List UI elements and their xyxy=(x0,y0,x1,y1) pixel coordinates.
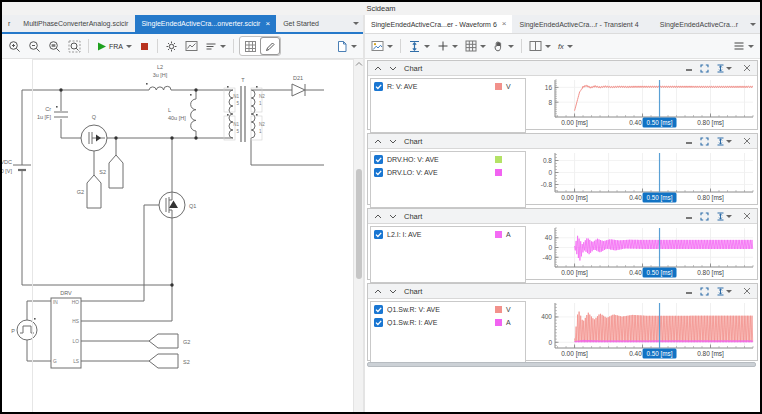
tab-transient-4[interactable]: SingleEndedActiveCra...r - Transient 4 xyxy=(513,15,644,33)
tab-overflow-button[interactable] xyxy=(745,15,760,33)
legend-row[interactable]: Q1.Sw.R: V: AVE V xyxy=(371,303,525,316)
signal-unit: A xyxy=(506,319,522,326)
tab-overflow-button[interactable] xyxy=(348,15,363,32)
tab-get-started[interactable]: Get Started xyxy=(277,15,325,32)
chart-panel: Chart DRV.HO: V: AVE DRV.LO: V: AVE 0.00… xyxy=(367,133,758,205)
zoom-selection-button[interactable] xyxy=(46,38,63,55)
settings-button[interactable] xyxy=(163,38,180,55)
open-chart-button[interactable] xyxy=(183,38,200,54)
fit-vertical-button[interactable] xyxy=(714,212,734,221)
minimize-icon xyxy=(685,288,693,295)
close-icon[interactable]: × xyxy=(265,20,270,28)
move-panel-up-button[interactable] xyxy=(372,214,384,219)
fit-vertical-button[interactable] xyxy=(406,38,432,55)
waveform-plot[interactable]: 0.00 [ms]0.40 [ms]0.80 [ms]0.80-0.80.50 … xyxy=(529,151,755,204)
tab-waveform-6[interactable]: SingleEndedActiveCra...er - Waveform 6 × xyxy=(365,15,512,33)
checkbox-checked-icon[interactable] xyxy=(374,155,383,164)
move-panel-down-button[interactable] xyxy=(387,139,399,144)
fit-vertical-button[interactable] xyxy=(714,287,734,296)
minimize-icon xyxy=(685,213,693,220)
close-panel-button[interactable] xyxy=(741,64,753,72)
zoom-out-button[interactable] xyxy=(26,38,43,55)
minimize-panel-button[interactable] xyxy=(683,288,695,295)
move-panel-up-button[interactable] xyxy=(372,66,384,71)
x-tick-label: 0.80 [ms] xyxy=(697,194,724,202)
stop-button[interactable] xyxy=(137,39,152,54)
component-vdc[interactable]: VDC 200 [V] xyxy=(2,159,31,174)
schematic-vertical-scrollbar[interactable] xyxy=(353,59,363,412)
expand-panel-button[interactable] xyxy=(698,287,711,296)
plot-area[interactable]: 0.00 [ms]0.40 [ms]0.80 [ms]8160.50 [ms] xyxy=(529,78,755,133)
expand-panel-button[interactable] xyxy=(698,137,711,146)
pan-button[interactable] xyxy=(491,38,516,54)
layout-columns-button[interactable] xyxy=(527,38,553,54)
series-color-swatch xyxy=(495,169,502,176)
checkbox-checked-icon[interactable] xyxy=(374,318,383,327)
close-panel-button[interactable] xyxy=(741,287,753,295)
fit-vertical-button[interactable] xyxy=(714,137,734,146)
play-icon xyxy=(96,41,107,52)
checkbox-checked-icon[interactable] xyxy=(374,82,383,91)
panel-title: Chart xyxy=(404,64,422,73)
tab-multiphase-converter[interactable]: MultiPhaseConverterAnalog.scicir xyxy=(17,15,134,32)
minimize-panel-button[interactable] xyxy=(683,213,695,220)
plot-area[interactable]: 0.00 [ms]0.40 [ms]0.80 [ms]0.80-0.80.50 … xyxy=(529,151,755,208)
expand-panel-button[interactable] xyxy=(698,64,711,73)
waveform-plot[interactable]: 0.00 [ms]0.40 [ms]0.80 [ms]8160.50 [ms] xyxy=(529,78,755,129)
x-tick-label: 0.80 [ms] xyxy=(697,119,724,127)
pencil-toggle-button[interactable] xyxy=(260,37,280,55)
menu-button[interactable] xyxy=(731,39,756,53)
zoom-in-icon xyxy=(8,40,21,53)
legend-row[interactable]: R: V: AVE V xyxy=(371,80,525,93)
export-page-button[interactable] xyxy=(334,38,359,55)
signal-list-button[interactable] xyxy=(203,39,228,54)
chevron-up-icon xyxy=(374,214,382,219)
move-panel-up-button[interactable] xyxy=(372,139,384,144)
move-panel-down-button[interactable] xyxy=(387,214,399,219)
close-panel-button[interactable] xyxy=(741,137,753,145)
tab-singleended-converter[interactable]: SingleEndedActiveCra...onverter.scicir × xyxy=(135,15,276,32)
legend-row[interactable]: DRV.LO: V: AVE xyxy=(371,166,525,179)
chevron-up-icon xyxy=(374,289,382,294)
plot-area[interactable]: 0.00 [ms]0.40 [ms]0.80 [ms]400-400.50 [m… xyxy=(529,226,755,283)
legend-row[interactable]: Q1.Sw.R: I: AVE A xyxy=(371,316,525,329)
close-panel-button[interactable] xyxy=(741,212,753,220)
tab-truncated[interactable]: r xyxy=(2,15,16,32)
panels-horizontal-scrollbar[interactable] xyxy=(367,362,756,367)
svg-text:VDC: VDC xyxy=(2,159,12,165)
expand-panel-button[interactable] xyxy=(698,212,711,221)
waveform-plot[interactable]: 0.00 [ms]0.40 [ms]0.80 [ms]40000.50 [ms] xyxy=(529,301,755,360)
run-fra-button[interactable]: FRA xyxy=(94,39,134,54)
move-panel-down-button[interactable] xyxy=(387,289,399,294)
chevron-up-icon xyxy=(374,139,382,144)
grid-toggle-button[interactable] xyxy=(240,37,260,55)
cursor-add-button[interactable] xyxy=(435,38,460,54)
signal-legend: Q1.Sw.R: V: AVE V Q1.Sw.R: I: AVE A xyxy=(370,301,526,364)
zoom-fit-icon xyxy=(68,40,81,53)
grid-options-button[interactable] xyxy=(463,38,488,54)
waveform-plot[interactable]: 0.00 [ms]0.40 [ms]0.80 [ms]400-400.50 [m… xyxy=(529,226,755,279)
fit-vertical-button[interactable] xyxy=(714,64,734,73)
chevron-down-icon xyxy=(726,290,732,293)
move-panel-up-button[interactable] xyxy=(372,289,384,294)
checkbox-checked-icon[interactable] xyxy=(374,305,383,314)
zoom-in-button[interactable] xyxy=(6,38,23,55)
checkbox-checked-icon[interactable] xyxy=(374,168,383,177)
move-panel-down-button[interactable] xyxy=(387,66,399,71)
legend-row[interactable]: L2.I: I: AVE A xyxy=(371,228,525,241)
legend-row[interactable]: DRV.HO: V: AVE xyxy=(371,153,525,166)
zoom-fit-button[interactable] xyxy=(66,38,83,55)
chart-panel-header: Chart xyxy=(368,134,757,149)
checkbox-checked-icon[interactable] xyxy=(374,230,383,239)
snapshot-button[interactable] xyxy=(369,38,395,54)
close-icon[interactable]: × xyxy=(502,20,507,28)
minimize-panel-button[interactable] xyxy=(683,65,695,72)
close-icon xyxy=(743,287,751,295)
schematic-tab-bar: r MultiPhaseConverterAnalog.scicir Singl… xyxy=(2,15,363,34)
plot-area[interactable]: 0.00 [ms]0.40 [ms]0.80 [ms]40000.50 [ms] xyxy=(529,301,755,364)
scrollbar-thumb[interactable] xyxy=(356,169,362,279)
function-button[interactable]: fx xyxy=(556,40,575,53)
tab-singleended-more[interactable]: SingleEndedActiveCra...r xyxy=(654,15,744,33)
chevron-down-icon xyxy=(424,45,430,48)
minimize-panel-button[interactable] xyxy=(683,138,695,145)
